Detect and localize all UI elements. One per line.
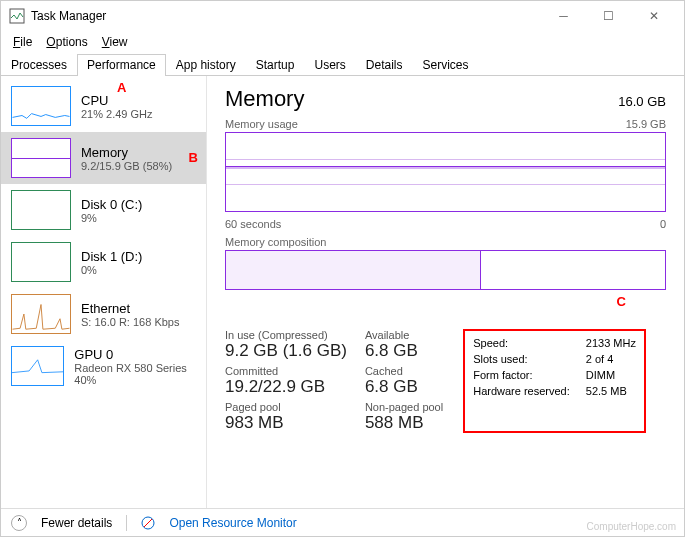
memory-composition-chart	[225, 250, 666, 290]
sidebar-item-label: Memory	[81, 145, 172, 160]
fewer-details-link[interactable]: Fewer details	[41, 516, 112, 530]
stat-label: Paged pool	[225, 401, 347, 413]
spec-key: Slots used:	[473, 353, 570, 365]
sidebar-item-sub: 9%	[81, 212, 142, 224]
stat: Paged pool983 MB	[225, 401, 347, 433]
spec-value: DIMM	[586, 369, 636, 381]
menu-options[interactable]: Options	[40, 33, 93, 51]
spec-value: 2133 MHz	[586, 337, 636, 349]
disk-thumb-icon	[11, 242, 71, 282]
sidebar-item-disk-2[interactable]: Disk 0 (C:)9%	[1, 184, 206, 236]
sidebar-item-label: GPU 0	[74, 347, 196, 362]
annotation-b: B	[189, 150, 198, 165]
tab-startup[interactable]: Startup	[246, 54, 305, 76]
stat-value: 6.8 GB	[365, 341, 443, 361]
titlebar: Task Manager ─ ☐ ✕	[1, 1, 684, 31]
footer: ˄ Fewer details Open Resource Monitor	[1, 508, 684, 536]
stats-grid: In use (Compressed)9.2 GB (1.6 GB)Availa…	[225, 329, 443, 433]
time-left: 60 seconds	[225, 218, 281, 230]
stat-value: 19.2/22.9 GB	[225, 377, 347, 397]
tab-users[interactable]: Users	[304, 54, 355, 76]
stat-label: Available	[365, 329, 443, 341]
stat-label: Non-paged pool	[365, 401, 443, 413]
open-resource-monitor-link[interactable]: Open Resource Monitor	[169, 516, 296, 530]
taskmgr-icon	[9, 8, 25, 24]
stat: Non-paged pool588 MB	[365, 401, 443, 433]
specs-box: Speed:2133 MHzSlots used:2 of 4Form fact…	[463, 329, 646, 433]
close-button[interactable]: ✕	[631, 1, 676, 31]
sidebar-item-sub: Radeon RX 580 Series 40%	[74, 362, 196, 386]
gpu-thumb-icon	[11, 346, 64, 386]
sidebar-item-disk-3[interactable]: Disk 1 (D:)0%	[1, 236, 206, 288]
sidebar-item-gpu-5[interactable]: GPU 0Radeon RX 580 Series 40%	[1, 340, 206, 392]
tab-services[interactable]: Services	[413, 54, 479, 76]
tab-performance[interactable]: Performance	[77, 54, 166, 76]
window-title: Task Manager	[31, 9, 541, 23]
chevron-up-icon[interactable]: ˄	[11, 515, 27, 531]
time-right: 0	[660, 218, 666, 230]
tab-processes[interactable]: Processes	[1, 54, 77, 76]
memory-total: 16.0 GB	[618, 94, 666, 109]
tab-app-history[interactable]: App history	[166, 54, 246, 76]
stat: Cached6.8 GB	[365, 365, 443, 397]
menu-file[interactable]: File	[7, 33, 38, 51]
page-title: Memory	[225, 86, 304, 112]
sidebar-item-sub: 9.2/15.9 GB (58%)	[81, 160, 172, 172]
mem-thumb-icon	[11, 138, 71, 178]
cpu-thumb-icon	[11, 86, 71, 126]
sidebar-item-label: Disk 1 (D:)	[81, 249, 142, 264]
menubar: File Options View	[1, 31, 684, 53]
stat-label: Committed	[225, 365, 347, 377]
minimize-button[interactable]: ─	[541, 1, 586, 31]
spec-key: Speed:	[473, 337, 570, 349]
spec-value: 2 of 4	[586, 353, 636, 365]
eth-thumb-icon	[11, 294, 71, 334]
sidebar-item-eth-4[interactable]: EthernetS: 16.0 R: 168 Kbps	[1, 288, 206, 340]
stat: In use (Compressed)9.2 GB (1.6 GB)	[225, 329, 347, 361]
separator	[126, 515, 127, 531]
disk-thumb-icon	[11, 190, 71, 230]
annotation-a: A	[117, 80, 126, 95]
menu-view[interactable]: View	[96, 33, 134, 51]
stat: Available6.8 GB	[365, 329, 443, 361]
resource-monitor-icon	[141, 516, 155, 530]
stat: Committed19.2/22.9 GB	[225, 365, 347, 397]
stat-value: 588 MB	[365, 413, 443, 433]
sidebar-item-label: Ethernet	[81, 301, 179, 316]
svg-line-2	[144, 519, 152, 527]
maximize-button[interactable]: ☐	[586, 1, 631, 31]
sidebar-item-sub: S: 16.0 R: 168 Kbps	[81, 316, 179, 328]
stat-label: In use (Compressed)	[225, 329, 347, 341]
tab-details[interactable]: Details	[356, 54, 413, 76]
tabs: ProcessesPerformanceApp historyStartupUs…	[1, 53, 684, 76]
sidebar-item-sub: 0%	[81, 264, 142, 276]
main-panel: Memory 16.0 GB Memory usage15.9 GB 60 se…	[206, 76, 684, 508]
usage-label: Memory usage	[225, 118, 298, 130]
watermark: ComputerHope.com	[587, 521, 676, 532]
sidebar-item-mem-1[interactable]: Memory9.2/15.9 GB (58%)B	[1, 132, 206, 184]
stat-value: 9.2 GB (1.6 GB)	[225, 341, 347, 361]
comp-label: Memory composition	[225, 236, 326, 248]
spec-value: 52.5 MB	[586, 385, 636, 397]
stat-value: 983 MB	[225, 413, 347, 433]
annotation-c: C	[225, 294, 626, 309]
usage-max: 15.9 GB	[626, 118, 666, 130]
stat-label: Cached	[365, 365, 443, 377]
sidebar-item-cpu-0[interactable]: CPU21% 2.49 GHz	[1, 80, 206, 132]
spec-key: Form factor:	[473, 369, 570, 381]
sidebar: CPU21% 2.49 GHzMemory9.2/15.9 GB (58%)BD…	[1, 76, 206, 508]
sidebar-item-label: Disk 0 (C:)	[81, 197, 142, 212]
memory-usage-chart	[225, 132, 666, 212]
spec-key: Hardware reserved:	[473, 385, 570, 397]
sidebar-item-sub: 21% 2.49 GHz	[81, 108, 153, 120]
stat-value: 6.8 GB	[365, 377, 443, 397]
